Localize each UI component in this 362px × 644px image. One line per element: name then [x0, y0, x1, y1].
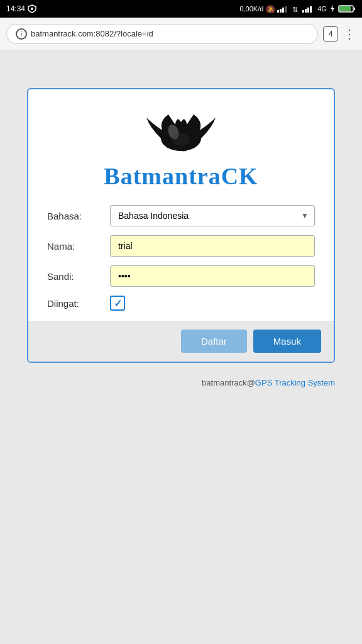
- svg-point-0: [31, 8, 33, 10]
- name-label: Nama:: [47, 241, 110, 252]
- arrows-icon: ⇅: [292, 4, 300, 13]
- batman-logo: [140, 108, 222, 158]
- battery-icon: [338, 4, 356, 13]
- bolt-icon: [329, 4, 336, 13]
- more-menu[interactable]: ⋮: [343, 26, 356, 42]
- shield-icon: [28, 4, 36, 13]
- time: 14:34: [6, 4, 25, 13]
- svg-rect-8: [305, 9, 307, 13]
- svg-marker-11: [331, 5, 334, 13]
- password-label: Sandi:: [47, 271, 110, 282]
- page-content: BatmantraCK Bahasa: Bahasa Indonesia Eng…: [0, 50, 362, 644]
- checkmark-icon: ✓: [114, 297, 122, 309]
- language-label: Bahasa:: [47, 211, 110, 221]
- data-rate: 0,00K/d: [239, 5, 263, 13]
- register-button[interactable]: Daftar: [181, 330, 247, 353]
- svg-rect-9: [307, 8, 309, 13]
- signal2-icon: [302, 5, 315, 13]
- network-label: 4G: [317, 5, 327, 13]
- tab-badge[interactable]: 4: [323, 26, 338, 42]
- status-left: 14:34: [6, 4, 36, 13]
- remember-row: Diingat: ✓: [47, 296, 315, 311]
- form-section: Bahasa: Bahasa Indonesia English ▼ Nama:…: [47, 205, 315, 311]
- password-input[interactable]: [110, 265, 315, 287]
- mute-icon: 🔕: [266, 4, 275, 13]
- page-footer: batmantrack@GPS Tracking System: [27, 378, 335, 387]
- signal-icon: [277, 5, 290, 13]
- svg-rect-2: [277, 10, 279, 13]
- svg-point-17: [172, 133, 190, 146]
- card-footer: Daftar Masuk: [28, 321, 334, 362]
- language-row: Bahasa: Bahasa Indonesia English ▼: [47, 205, 315, 226]
- svg-text:⇅: ⇅: [292, 6, 298, 13]
- svg-rect-13: [339, 6, 351, 11]
- svg-rect-4: [282, 8, 284, 13]
- footer-link[interactable]: GPS Tracking System: [255, 378, 335, 387]
- remember-checkbox-wrapper: ✓: [110, 296, 125, 311]
- password-row: Sandi:: [47, 265, 315, 287]
- svg-rect-3: [280, 9, 282, 13]
- status-bar: 14:34 0,00K/d 🔕 ⇅ 4G: [0, 0, 362, 18]
- login-card: BatmantraCK Bahasa: Bahasa Indonesia Eng…: [27, 88, 335, 363]
- browser-bar: i batmantrack.com:8082/?locale=id 4 ⋮: [0, 18, 362, 50]
- svg-rect-14: [354, 8, 355, 10]
- name-input[interactable]: [110, 235, 315, 257]
- remember-checkbox[interactable]: ✓: [110, 296, 125, 311]
- language-select[interactable]: Bahasa Indonesia English: [110, 205, 315, 226]
- remember-label: Diingat:: [47, 298, 110, 309]
- svg-rect-7: [302, 10, 304, 13]
- svg-text:🔕: 🔕: [266, 4, 275, 13]
- status-right: 0,00K/d 🔕 ⇅ 4G: [239, 4, 356, 13]
- language-select-wrapper: Bahasa Indonesia English ▼: [110, 205, 315, 226]
- svg-rect-10: [310, 6, 312, 13]
- url-text: batmantrack.com:8082/?locale=id: [31, 29, 153, 38]
- footer-text: batmantrack@: [202, 378, 255, 387]
- logo-area: BatmantraCK: [47, 108, 315, 190]
- info-icon[interactable]: i: [16, 28, 27, 40]
- brand-name: BatmantraCK: [104, 162, 258, 190]
- svg-rect-5: [285, 6, 287, 13]
- name-row: Nama:: [47, 235, 315, 257]
- tab-count: 4: [329, 30, 333, 38]
- login-button[interactable]: Masuk: [253, 330, 321, 353]
- url-bar[interactable]: i batmantrack.com:8082/?locale=id: [6, 24, 318, 44]
